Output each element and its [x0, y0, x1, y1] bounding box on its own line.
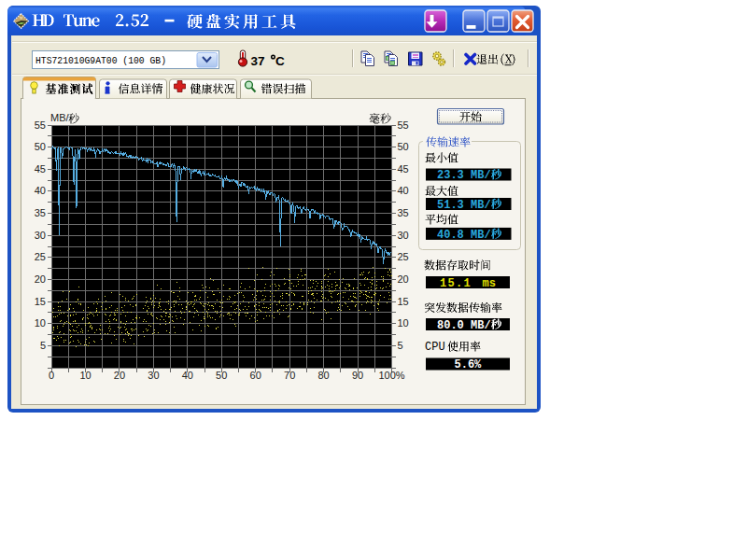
- svg-text:90: 90: [352, 370, 363, 381]
- svg-text:55: 55: [35, 119, 46, 131]
- svg-text:80: 80: [317, 370, 329, 381]
- svg-text:MB/: MB/: [50, 112, 70, 123]
- svg-text:10: 10: [35, 317, 46, 329]
- svg-text:40: 40: [398, 185, 409, 196]
- svg-text:50: 50: [35, 141, 46, 152]
- svg-text:30: 30: [398, 230, 409, 241]
- svg-text:30: 30: [35, 230, 46, 241]
- svg-text:5: 5: [40, 340, 46, 351]
- svg-text:15: 15: [398, 296, 409, 307]
- svg-text:100%: 100%: [378, 370, 404, 381]
- svg-text:10: 10: [79, 370, 91, 381]
- svg-text:45: 45: [35, 163, 46, 175]
- svg-text:37: 37: [251, 54, 265, 68]
- svg-text:C: C: [275, 54, 285, 68]
- svg-text:10: 10: [398, 317, 409, 329]
- svg-text:ms: ms: [483, 277, 496, 290]
- svg-text:35: 35: [398, 207, 409, 218]
- svg-text:35: 35: [35, 207, 46, 218]
- svg-text:55: 55: [398, 119, 409, 131]
- svg-text:50: 50: [398, 141, 409, 152]
- svg-text:20: 20: [35, 273, 46, 285]
- svg-text:51.3 MB/: 51.3 MB/: [437, 199, 491, 212]
- svg-text:25: 25: [35, 251, 46, 262]
- svg-text:50: 50: [216, 370, 227, 381]
- svg-text:40.8 MB/: 40.8 MB/: [437, 229, 491, 242]
- svg-text:15.1: 15.1: [440, 277, 472, 290]
- svg-text:0: 0: [49, 370, 54, 381]
- svg-text:60: 60: [250, 370, 261, 381]
- svg-text:40: 40: [182, 370, 193, 381]
- svg-text:23.3 MB/: 23.3 MB/: [437, 169, 491, 182]
- svg-text:70: 70: [284, 370, 295, 381]
- svg-text:5: 5: [398, 340, 403, 351]
- svg-text:30: 30: [148, 370, 159, 381]
- svg-text:5.6%: 5.6%: [455, 358, 483, 371]
- svg-text:20: 20: [398, 273, 409, 285]
- svg-text:25: 25: [398, 251, 409, 262]
- svg-text:HTS721010G9AT00 (100 GB): HTS721010G9AT00 (100 GB): [35, 55, 166, 66]
- svg-text:CPU: CPU: [425, 341, 445, 354]
- svg-text:45: 45: [398, 163, 409, 175]
- svg-text:20: 20: [114, 370, 125, 381]
- svg-text:80.0 MB/: 80.0 MB/: [437, 319, 491, 332]
- svg-text:15: 15: [35, 296, 46, 307]
- svg-text:40: 40: [35, 185, 46, 196]
